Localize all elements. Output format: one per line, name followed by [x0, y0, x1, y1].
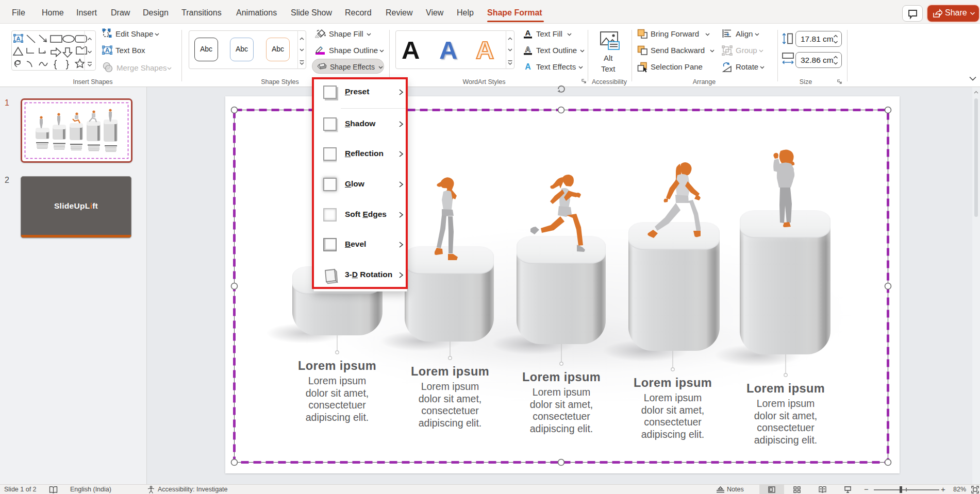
svg-text:A: A — [105, 47, 110, 54]
svg-text:A: A — [525, 45, 531, 54]
svg-text:A: A — [525, 62, 531, 71]
svg-text:A: A — [525, 28, 531, 37]
svg-text:A: A — [16, 36, 21, 42]
